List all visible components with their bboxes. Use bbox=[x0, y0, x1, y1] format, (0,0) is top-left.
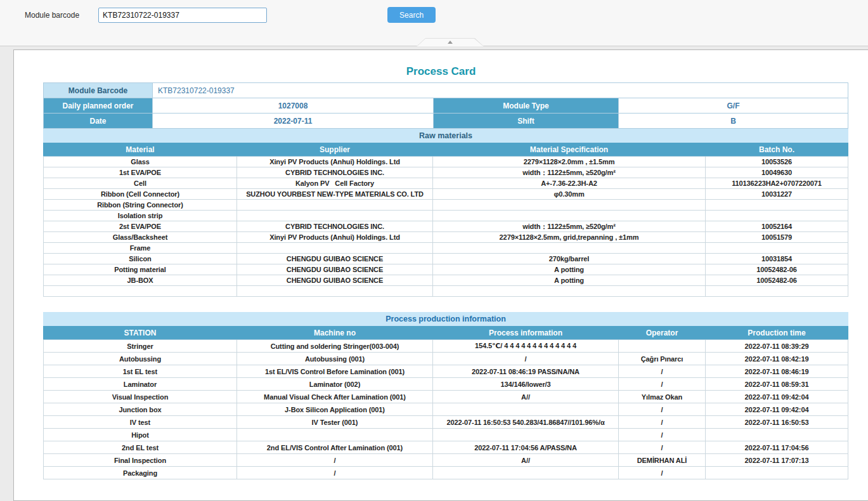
daily-planned-order-header: Daily planned order bbox=[44, 98, 153, 114]
section-row: Raw materials bbox=[44, 129, 848, 143]
material-specification-column-header: Material Specification bbox=[433, 143, 706, 157]
process-station-row: Visual InspectionManual Visual Check Aft… bbox=[44, 391, 848, 403]
table-cell: Cell bbox=[44, 178, 237, 189]
table-cell: Glass bbox=[44, 157, 237, 167]
table-cell: width：1122±5mm, ≥520g/m² bbox=[433, 167, 706, 178]
search-button[interactable]: Search bbox=[387, 7, 436, 23]
table-cell bbox=[237, 200, 433, 211]
table-cell: 110136223HA2+0707220071 bbox=[706, 178, 848, 189]
table-cell bbox=[433, 286, 706, 297]
column-header-row: STATION Machine no Process information O… bbox=[44, 326, 848, 340]
table-cell: 270kg/barrel bbox=[433, 254, 706, 264]
table-cell: / bbox=[433, 353, 619, 365]
process-station-row: StringerCutting and soldering Stringer(0… bbox=[44, 340, 848, 353]
table-cell: 2st EVA/POE bbox=[44, 221, 237, 232]
process-station-row: Hipot/ bbox=[44, 429, 848, 441]
table-cell: / bbox=[619, 403, 706, 416]
table-cell: 1st EL test bbox=[44, 365, 237, 378]
table-cell bbox=[433, 243, 706, 254]
table-cell: 2022-07-11 08:46:19 bbox=[706, 365, 848, 378]
module-barcode-input[interactable] bbox=[98, 8, 267, 23]
shift-header: Shift bbox=[434, 114, 619, 129]
table-cell: A// bbox=[433, 391, 619, 403]
process-station-row: Final Inspection/A//DEMİRHAN ALİ2022-07-… bbox=[44, 454, 848, 467]
search-toolbar: Module barcode Search bbox=[0, 0, 868, 23]
module-type-value: G/F bbox=[619, 98, 848, 114]
raw-material-row: Frame bbox=[44, 243, 848, 254]
table-cell: Stringer bbox=[44, 340, 237, 353]
production-time-column-header: Production time bbox=[706, 326, 848, 340]
raw-material-row: Glass/BacksheetXinyi PV Products (Anhui)… bbox=[44, 232, 848, 243]
table-cell bbox=[706, 286, 848, 297]
station-column-header: STATION bbox=[44, 326, 237, 340]
table-cell bbox=[706, 200, 848, 211]
table-row: Date 2022-07-11 Shift B bbox=[44, 114, 848, 129]
table-cell: Xinyi PV Products (Anhui) Holdings. Ltd bbox=[237, 232, 433, 243]
table-cell: Ribbon (Cell Connector) bbox=[44, 189, 237, 200]
table-cell bbox=[706, 211, 848, 221]
table-cell: Hipot bbox=[44, 429, 237, 441]
table-cell: 10053526 bbox=[706, 157, 848, 167]
module-barcode-header: Module Barcode bbox=[44, 83, 153, 98]
table-cell: 1st EVA/POE bbox=[44, 167, 237, 178]
table-cell: Visual Inspection bbox=[44, 391, 237, 403]
raw-material-row: GlassXinyi PV Products (Anhui) Holdings.… bbox=[44, 157, 848, 167]
table-cell: Final Inspection bbox=[44, 454, 237, 467]
raw-material-row: Ribbon (Cell Connector)SUZHOU YOURBEST N… bbox=[44, 189, 848, 200]
table-cell: IV test bbox=[44, 416, 237, 429]
table-cell: Potting material bbox=[44, 264, 237, 275]
raw-materials-section-title: Raw materials bbox=[44, 129, 848, 143]
raw-material-row bbox=[44, 286, 848, 297]
raw-material-row: Isolation strip bbox=[44, 211, 848, 221]
table-cell: SUZHOU YOURBEST NEW-TYPE MATERIALS CO. L… bbox=[237, 189, 433, 200]
operator-column-header: Operator bbox=[619, 326, 706, 340]
table-cell: Xinyi PV Products (Anhui) Holdings. Ltd bbox=[237, 157, 433, 167]
table-cell: CYBRID TECHNOLOGIES INC. bbox=[237, 167, 433, 178]
table-cell: 2022-07-11 08:39:29 bbox=[706, 340, 848, 353]
process-station-row: LaminatorLaminator (002)134/146/lower/3/… bbox=[44, 378, 848, 391]
process-information-column-header: Process information bbox=[433, 326, 619, 340]
process-station-row: IV testIV Tester (001)2022-07-11 16:50:5… bbox=[44, 416, 848, 429]
collapse-handle[interactable] bbox=[417, 38, 484, 46]
table-cell bbox=[706, 243, 848, 254]
table-cell: 10052482-06 bbox=[706, 275, 848, 286]
table-cell: Silicon bbox=[44, 254, 237, 264]
table-cell: IV Tester (001) bbox=[237, 416, 433, 429]
material-column-header: Material bbox=[44, 143, 237, 157]
raw-material-row: Potting materialCHENGDU GUIBAO SCIENCEA … bbox=[44, 264, 848, 275]
table-cell: / bbox=[619, 365, 706, 378]
table-cell bbox=[619, 340, 706, 353]
table-cell: 2022-07-11 17:04:56 A/PASS/NA bbox=[433, 441, 619, 454]
table-cell: Laminator (002) bbox=[237, 378, 433, 391]
page-title: Process Card bbox=[14, 65, 868, 78]
table-cell: 2022-07-11 09:42:04 bbox=[706, 403, 848, 416]
table-cell bbox=[706, 467, 848, 479]
table-cell: CHENGDU GUIBAO SCIENCE bbox=[237, 254, 433, 264]
table-cell: A+-7.36-22.3H-A2 bbox=[433, 178, 706, 189]
shift-value: B bbox=[619, 114, 848, 129]
table-cell: 2022-07-11 16:50:53 540.283/41.86847//10… bbox=[433, 416, 619, 429]
table-cell: 2022-07-11 08:59:31 bbox=[706, 378, 848, 391]
column-header-row: Material Supplier Material Specification… bbox=[44, 143, 848, 157]
table-cell: / bbox=[619, 378, 706, 391]
table-cell: Autobussing (001) bbox=[237, 353, 433, 365]
table-cell: Isolation strip bbox=[44, 211, 237, 221]
table-cell: 10031854 bbox=[706, 254, 848, 264]
table-cell: / bbox=[619, 441, 706, 454]
table-cell: CHENGDU GUIBAO SCIENCE bbox=[237, 275, 433, 286]
table-cell bbox=[433, 467, 619, 479]
process-card-panel: Process Card Module Barcode KTB72310722-… bbox=[13, 49, 868, 501]
table-cell bbox=[237, 243, 433, 254]
table-cell bbox=[237, 286, 433, 297]
table-cell: / bbox=[619, 416, 706, 429]
table-cell bbox=[433, 429, 619, 441]
top-bar: Module barcode Search bbox=[0, 0, 868, 46]
process-station-row: 2nd EL test2nd EL/VIS Control After Lami… bbox=[44, 441, 848, 454]
table-cell bbox=[433, 200, 706, 211]
table-cell: 134/146/lower/3 bbox=[433, 378, 619, 391]
table-cell: CYBRID TECHNOLOGIES INC. bbox=[237, 221, 433, 232]
table-cell: 2nd EL test bbox=[44, 441, 237, 454]
table-cell: 2022-07-11 08:46:19 PASS/NA/NA bbox=[433, 365, 619, 378]
table-cell: J-Box Silicon Application (001) bbox=[237, 403, 433, 416]
collapse-up-arrow-icon bbox=[448, 41, 453, 44]
